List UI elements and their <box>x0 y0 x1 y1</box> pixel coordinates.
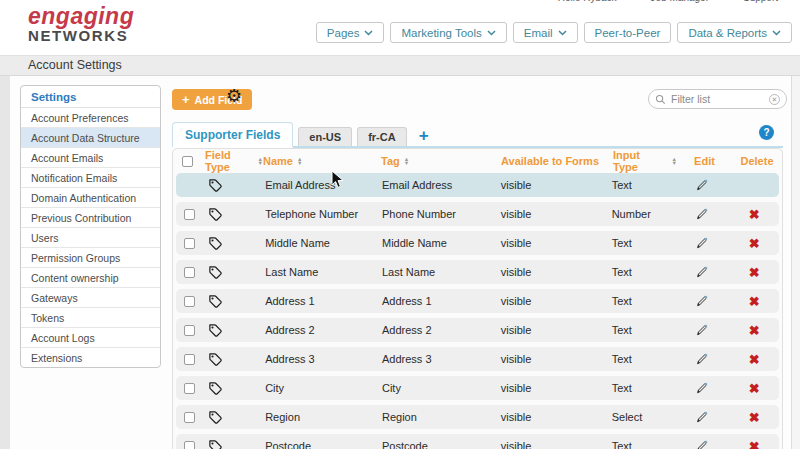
row-checkbox[interactable] <box>184 354 195 365</box>
edit-button[interactable] <box>675 294 729 308</box>
row-checkbox[interactable] <box>184 296 195 307</box>
delete-x-icon[interactable]: ✖ <box>749 411 760 424</box>
field-input-type: Text <box>612 324 675 336</box>
nav-button-marketing-tools[interactable]: Marketing Tools <box>390 22 506 43</box>
field-input-type: Number <box>612 208 675 220</box>
nav-button-peer-to-peer[interactable]: Peer-to-Peer <box>584 22 672 43</box>
table-row-postcode[interactable]: PostcodePostcodevisibleText✖ <box>176 434 779 449</box>
topbar: Hello RybackJob ManagerSupport <box>558 0 778 3</box>
edit-button[interactable] <box>675 236 729 250</box>
edit-button[interactable] <box>675 439 729 449</box>
column-label: Delete <box>740 155 773 167</box>
edit-button[interactable] <box>675 265 729 279</box>
delete-x-icon[interactable]: ✖ <box>749 266 760 279</box>
add-tab-button[interactable]: + <box>419 128 429 144</box>
tab-fr-ca[interactable]: fr-CA <box>357 127 407 146</box>
field-name: Address 1 <box>265 295 382 307</box>
nav-label: Pages <box>327 27 360 39</box>
column-header-input-type[interactable]: Input Type▲▼ <box>613 149 677 173</box>
field-input-type: Text <box>612 382 675 394</box>
sidebar-item-notification-emails[interactable]: Notification Emails <box>21 168 160 188</box>
table-row-address-2[interactable]: Address 2Address 2visibleText✖ <box>176 318 779 342</box>
sidebar-item-users[interactable]: Users <box>21 228 160 248</box>
help-icon[interactable]: ? <box>759 125 774 140</box>
sidebar-item-account-logs[interactable]: Account Logs <box>21 328 160 348</box>
field-tag: Address 1 <box>382 295 501 307</box>
delete-x-icon[interactable]: ✖ <box>749 353 760 366</box>
sidebar-item-account-emails[interactable]: Account Emails <box>21 148 160 168</box>
filter-input[interactable] <box>671 93 764 105</box>
column-label: Tag <box>381 155 400 167</box>
topbar-link[interactable]: Hello Ryback <box>558 0 617 3</box>
field-name: Email Address <box>265 179 382 191</box>
clear-filter-icon[interactable]: ✕ <box>769 94 780 105</box>
row-checkbox[interactable] <box>184 209 195 220</box>
tab-supporter-fields[interactable]: Supporter Fields <box>172 122 293 148</box>
sort-icon[interactable]: ▲▼ <box>404 157 409 166</box>
table-row-last-name[interactable]: Last NameLast NamevisibleText✖ <box>176 260 779 284</box>
table-row-telephone-number[interactable]: Telephone NumberPhone NumbervisibleNumbe… <box>176 202 779 226</box>
sort-icon[interactable]: ▲▼ <box>297 157 302 166</box>
sidebar-item-previous-contribution[interactable]: Previous Contribution <box>21 208 160 228</box>
nav-button-email[interactable]: Email <box>513 22 578 43</box>
delete-x-icon[interactable]: ✖ <box>749 208 760 221</box>
row-checkbox[interactable] <box>184 412 195 423</box>
edit-button[interactable] <box>675 207 729 221</box>
row-checkbox[interactable] <box>184 325 195 336</box>
field-available: visible <box>501 382 612 394</box>
edit-button[interactable] <box>675 323 729 337</box>
table-row-middle-name[interactable]: Middle NameMiddle NamevisibleText✖ <box>176 231 779 255</box>
sidebar-item-tokens[interactable]: Tokens <box>21 308 160 328</box>
table-row-email-address[interactable]: Email AddressEmail AddressvisibleText <box>176 173 779 197</box>
sidebar-item-account-data-structure[interactable]: Account Data Structure <box>21 128 160 148</box>
delete-x-icon[interactable]: ✖ <box>749 382 760 395</box>
row-checkbox[interactable] <box>184 441 195 449</box>
field-available: visible <box>501 324 612 336</box>
logo-networks: NETWORKS <box>28 27 134 44</box>
row-checkbox[interactable] <box>184 238 195 249</box>
sidebar-item-domain-authentication[interactable]: Domain Authentication <box>21 188 160 208</box>
tab-en-us[interactable]: en-US <box>298 127 352 146</box>
field-tag: Email Address <box>382 179 501 191</box>
field-available: visible <box>501 208 612 220</box>
gear-icon[interactable]: ⚙ <box>226 86 242 106</box>
edit-pencil-icon <box>695 265 709 279</box>
table-row-region[interactable]: RegionRegionvisibleSelect✖ <box>176 405 779 429</box>
field-name: Postcode <box>265 440 382 449</box>
vertical-scrollbar[interactable] <box>791 76 800 449</box>
field-tag: Middle Name <box>382 237 501 249</box>
topbar-link[interactable]: Job Manager <box>651 0 709 3</box>
sidebar-item-content-ownership[interactable]: Content ownership <box>21 268 160 288</box>
nav-button-pages[interactable]: Pages <box>316 22 385 43</box>
table-row-address-1[interactable]: Address 1Address 1visibleText✖ <box>176 289 779 313</box>
topbar-link[interactable]: Support <box>743 0 778 3</box>
field-tag: Address 2 <box>382 324 501 336</box>
delete-x-icon[interactable]: ✖ <box>749 237 760 250</box>
edit-button[interactable] <box>675 352 729 366</box>
select-all-checkbox[interactable] <box>182 156 193 167</box>
column-header-name[interactable]: Name▲▼ <box>263 155 381 167</box>
logo-link[interactable]: engaging NETWORKS <box>28 3 134 44</box>
sidebar-item-permission-groups[interactable]: Permission Groups <box>21 248 160 268</box>
field-name: Middle Name <box>265 237 382 249</box>
edit-button[interactable] <box>675 178 729 192</box>
row-checkbox[interactable] <box>184 267 195 278</box>
sidebar-item-gateways[interactable]: Gateways <box>21 288 160 308</box>
row-checkbox[interactable] <box>184 383 195 394</box>
delete-x-icon[interactable]: ✖ <box>749 295 760 308</box>
edit-pencil-icon <box>695 410 709 424</box>
edit-button[interactable] <box>675 381 729 395</box>
sidebar-item-account-preferences[interactable]: Account Preferences <box>21 108 160 128</box>
nav-button-data-reports[interactable]: Data & Reports <box>677 22 792 43</box>
field-tag: City <box>382 382 501 394</box>
delete-x-icon[interactable]: ✖ <box>749 440 760 449</box>
edit-button[interactable] <box>675 410 729 424</box>
column-header-tag[interactable]: Tag▲▼ <box>381 155 501 167</box>
field-name: City <box>265 382 382 394</box>
sidebar-item-extensions[interactable]: Extensions <box>21 348 160 367</box>
table-row-address-3[interactable]: Address 3Address 3visibleText✖ <box>176 347 779 371</box>
column-header-field-type[interactable]: Field Type▲▼ <box>201 149 263 173</box>
tag-icon <box>208 294 223 309</box>
table-row-city[interactable]: CityCityvisibleText✖ <box>176 376 779 400</box>
delete-x-icon[interactable]: ✖ <box>749 324 760 337</box>
